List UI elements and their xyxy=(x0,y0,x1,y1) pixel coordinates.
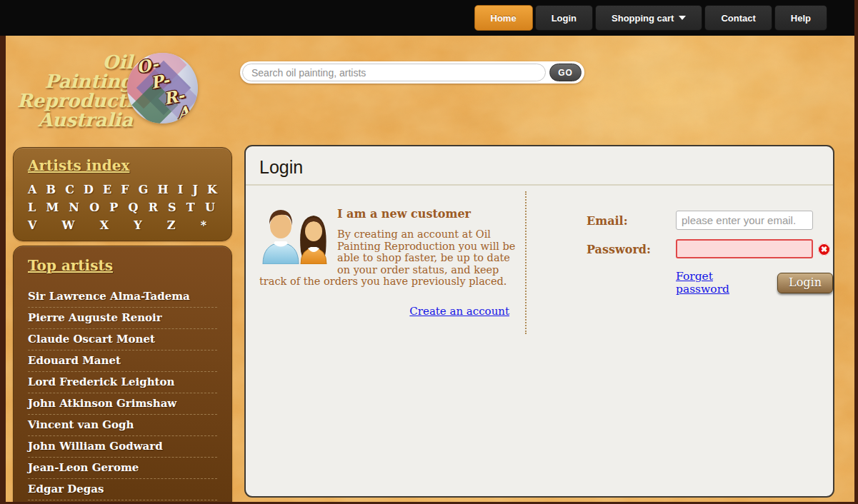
letter-row: VWXYZ* xyxy=(28,216,206,234)
artist-index-letter[interactable]: B xyxy=(46,181,56,198)
nav-help-label: Help xyxy=(791,13,811,24)
logo-line: Reproduction xyxy=(17,91,133,111)
logo-line: Painting xyxy=(17,72,133,91)
top-artists-list: Sir Lawrence Alma-TademaPierre Auguste R… xyxy=(28,286,217,502)
artist-index-letter[interactable]: X xyxy=(100,216,109,234)
artist-index-letter[interactable]: L xyxy=(28,198,36,216)
artist-index-letter[interactable]: T xyxy=(186,198,195,216)
top-artist-link[interactable]: Sir Lawrence Alma-Tadema xyxy=(28,286,217,308)
new-customer-section: I am a new customer By creating an accou… xyxy=(246,191,525,334)
search-go-button[interactable]: GO xyxy=(549,64,582,81)
nav-items: Home Login Shopping cart Contact Help xyxy=(474,5,827,31)
nav-home-label: Home xyxy=(491,13,517,24)
top-artist-link[interactable]: John Atkinson Grimshaw xyxy=(28,393,217,415)
artist-index-letter[interactable]: E xyxy=(103,181,111,198)
nav-contact-button[interactable]: Contact xyxy=(704,5,772,31)
artist-index-letter[interactable]: C xyxy=(65,181,74,198)
nav-login-button[interactable]: Login xyxy=(535,5,593,31)
chevron-down-icon xyxy=(679,16,686,20)
search-bar: GO xyxy=(240,61,584,84)
top-artist-link[interactable]: Pierre Auguste Renoir xyxy=(28,308,217,329)
forget-password-link[interactable]: Forget password xyxy=(676,270,767,296)
artist-index-letter[interactable]: M xyxy=(46,198,59,216)
top-artists-title[interactable]: Top artists xyxy=(28,257,113,274)
artist-index-letter[interactable]: Y xyxy=(134,216,141,234)
login-columns: I am a new customer By creating an accou… xyxy=(246,191,833,334)
password-field[interactable] xyxy=(676,239,813,258)
artist-index-letter[interactable]: D xyxy=(84,181,94,198)
artists-index-title[interactable]: Artists index xyxy=(28,157,129,174)
error-icon: ✖ xyxy=(818,243,830,256)
logo-line: Oil xyxy=(17,53,133,72)
login-panel: Login xyxy=(244,145,834,498)
top-nav-bar: Home Login Shopping cart Contact Help xyxy=(0,0,854,36)
letter-row: LMNOPQRSTU xyxy=(28,198,215,216)
form-actions: Forget password Login xyxy=(676,270,833,296)
login-form: Email: Password: ✖ Forget password Login xyxy=(525,191,833,334)
top-artist-link[interactable]: Lord Frederick Leighton xyxy=(28,372,217,393)
password-label: Password: xyxy=(587,239,676,256)
search-input[interactable] xyxy=(242,64,546,81)
top-artist-link[interactable]: Edgar Degas xyxy=(28,479,217,500)
artist-index-letter[interactable]: U xyxy=(205,198,215,216)
top-artist-link[interactable]: Edouard Manet xyxy=(28,351,217,372)
artist-index-letter[interactable]: * xyxy=(201,216,206,234)
email-row: Email: xyxy=(587,211,833,230)
letter-row: ABCDEFGHIJK xyxy=(28,181,217,198)
customers-avatar-icon xyxy=(259,204,327,264)
artist-index-letter[interactable]: S xyxy=(168,198,176,216)
password-row: Password: ✖ xyxy=(587,239,833,258)
page-body: Oil Painting Reproduction Australia O- P… xyxy=(6,36,854,502)
title-divider xyxy=(246,184,833,186)
top-artist-link[interactable]: Jean-Leon Gerome xyxy=(28,458,217,479)
artist-index-letter[interactable]: A xyxy=(28,181,36,198)
artist-index-letter[interactable]: W xyxy=(62,216,75,234)
artist-index-letter[interactable]: O xyxy=(89,198,99,216)
nav-login-label: Login xyxy=(552,13,577,24)
artist-index-letter[interactable]: P xyxy=(109,198,118,216)
nav-shopping-cart-button[interactable]: Shopping cart xyxy=(595,5,702,31)
email-label: Email: xyxy=(587,211,676,228)
artist-index-letter[interactable]: N xyxy=(69,198,79,216)
top-artists-panel: Top artists Sir Lawrence Alma-TademaPier… xyxy=(13,246,232,502)
nav-help-button[interactable]: Help xyxy=(774,5,827,31)
top-artist-link[interactable]: John William Godward xyxy=(28,436,217,458)
artist-index-letter[interactable]: F xyxy=(121,181,129,198)
login-button[interactable]: Login xyxy=(777,273,833,293)
top-artist-link[interactable]: William Bouguereau xyxy=(28,500,217,502)
email-field[interactable] xyxy=(676,211,813,230)
artist-index-letter[interactable]: J xyxy=(192,181,198,198)
top-artist-link[interactable]: Claude Oscart Monet xyxy=(28,329,217,351)
artist-index-letter[interactable]: V xyxy=(28,216,36,234)
artist-index-letter[interactable]: Z xyxy=(167,216,176,234)
opra-logo-icon[interactable]: O- P- R- A xyxy=(127,53,198,124)
logo-line: Australia xyxy=(17,111,133,130)
artist-index-letter[interactable]: Q xyxy=(129,198,139,216)
artist-index-letter[interactable]: I xyxy=(178,181,183,198)
artist-index-letter[interactable]: K xyxy=(207,181,217,198)
artists-index-panel: Artists index ABCDEFGHIJK LMNOPQRSTU VWX… xyxy=(13,147,232,241)
nav-home-button[interactable]: Home xyxy=(474,5,533,31)
nav-shopping-cart-label: Shopping cart xyxy=(612,13,674,24)
top-artist-link[interactable]: Vincent van Gogh xyxy=(28,415,217,436)
create-account-link[interactable]: Create an account xyxy=(259,305,509,318)
artist-index-letter[interactable]: R xyxy=(149,198,158,216)
artist-index-letter[interactable]: G xyxy=(139,181,149,198)
nav-contact-label: Contact xyxy=(721,13,755,24)
page-title: Login xyxy=(259,157,833,178)
site-logo-text[interactable]: Oil Painting Reproduction Australia xyxy=(17,53,133,130)
artist-index-letter[interactable]: H xyxy=(158,181,169,198)
